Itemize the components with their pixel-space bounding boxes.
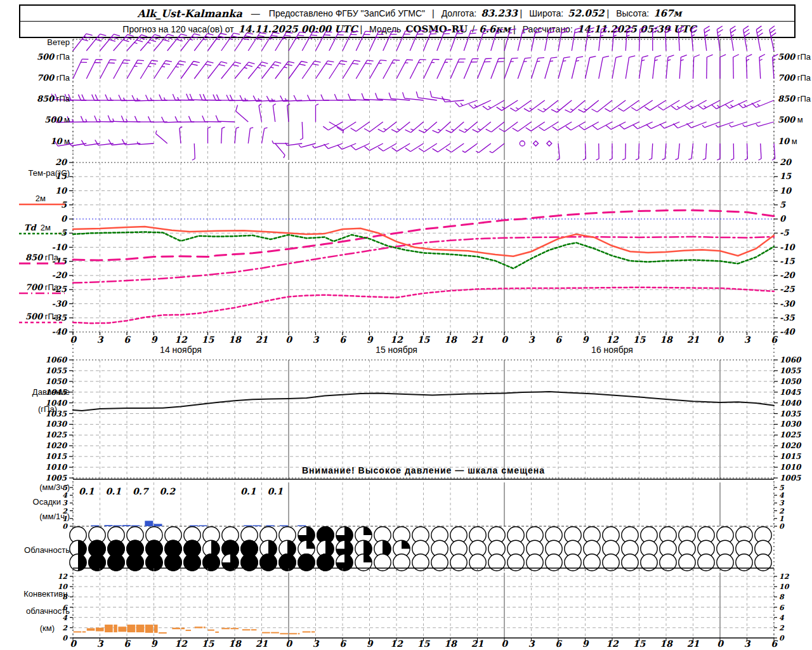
temp-axis-label-right: 20 xyxy=(780,157,792,167)
convective-cloud-bar xyxy=(114,625,117,632)
conv-axis-label-right: 10 xyxy=(779,583,790,591)
pressure-axis-label-left: 1055 xyxy=(46,366,67,375)
wind-barb-feather xyxy=(313,32,319,32)
wind-barb-feather xyxy=(486,129,492,132)
cloud-circle-fill xyxy=(363,554,372,562)
wind-barb-half-feather xyxy=(576,60,579,61)
wind-barb-feather xyxy=(562,28,568,29)
wind-barb-shaft xyxy=(543,100,558,112)
wind-barb-half-feather xyxy=(690,106,693,108)
wind-barb-feather xyxy=(539,127,544,131)
wind-barb-feather xyxy=(678,26,684,29)
wind-barb-feather xyxy=(587,31,594,33)
wind-barb-feather xyxy=(538,109,544,112)
hour-label-bottom: 21 xyxy=(471,639,484,649)
wind-barb-feather xyxy=(549,28,555,29)
wind-barb-half-feather xyxy=(757,104,760,106)
temp-axis-label-right: -20 xyxy=(780,270,796,280)
wind-barb-feather xyxy=(84,37,91,38)
wind-barb-feather xyxy=(671,106,676,110)
wind-barb-half-feather xyxy=(731,35,734,37)
wind-barb-feather xyxy=(260,32,266,34)
wind-barb-half-feather xyxy=(584,109,586,110)
convective-cloud-bar xyxy=(204,627,206,628)
wind-barb-half-feather xyxy=(478,129,480,130)
wind-barb-feather xyxy=(146,95,148,100)
wind-barb-shaft xyxy=(584,100,598,112)
wind-barb-feather xyxy=(614,27,620,29)
wind-barb-feather xyxy=(203,94,206,100)
wind-barb-shaft xyxy=(479,143,491,152)
wind-barb-half-feather xyxy=(222,127,225,128)
wind-barb-feather xyxy=(176,39,183,41)
wind-barb-half-feather xyxy=(461,103,462,106)
hour-label-bottom: 6 xyxy=(124,639,131,649)
wind-level-500hpa: 500 гПа xyxy=(0,52,70,62)
wind-barb-feather xyxy=(376,93,377,99)
wind-barb-feather xyxy=(96,39,102,41)
hour-label: 12 xyxy=(174,335,188,345)
hour-label: 21 xyxy=(256,335,268,345)
wind-barb-shaft xyxy=(761,143,761,159)
wind-barb-half-feather xyxy=(272,140,273,143)
precip-unit-3h: (мм/3ч.) xyxy=(0,482,70,492)
precip-axis-label-right: 2 xyxy=(779,507,785,515)
pressure-unit: (гПа) xyxy=(0,404,57,414)
wind-barb-shaft xyxy=(273,105,275,122)
pressure-axis-label-left: 1060 xyxy=(46,355,68,364)
wind-barb-feather xyxy=(704,26,710,29)
wind-barb-half-feather xyxy=(583,159,586,160)
wind-barb-half-feather xyxy=(729,124,731,127)
wind-barb-half-feather xyxy=(522,32,525,33)
wind-barb-feather xyxy=(391,148,396,152)
wind-barb-feather xyxy=(536,29,542,30)
convective-cloud-bar xyxy=(271,632,279,633)
wind-barb-half-feather xyxy=(192,159,195,160)
wind-barb-feather xyxy=(226,95,229,100)
wind-barb-feather xyxy=(446,149,452,152)
convective-cloud-bar xyxy=(208,630,214,631)
wind-barb-feather xyxy=(601,27,608,29)
wind-barb-feather xyxy=(430,91,431,97)
wind-barb-feather xyxy=(207,62,214,63)
hour-label: 6 xyxy=(771,335,778,345)
temp-axis-label-right: 10 xyxy=(780,186,792,196)
hour-label-bottom: 3 xyxy=(313,639,320,649)
wind-barb-feather xyxy=(232,36,238,37)
wind-barb-shaft xyxy=(612,58,616,79)
wind-barb-shaft xyxy=(424,122,437,133)
temp-axis-label-right: -30 xyxy=(780,299,796,308)
wind-barb-feather xyxy=(233,65,239,67)
wind-barb-feather xyxy=(603,56,609,57)
wind-barb-shaft xyxy=(678,143,679,159)
wind-barb-half-feather xyxy=(236,127,239,128)
wind-barb-feather xyxy=(230,95,233,100)
hour-label: 12 xyxy=(390,335,403,345)
wind-barb-shaft xyxy=(586,58,590,79)
wind-barb-feather xyxy=(756,26,761,30)
convective-cloud-bar xyxy=(87,628,95,631)
wind-barb-feather xyxy=(717,29,723,32)
wind-barb-shaft xyxy=(747,143,748,159)
hour-label-bottom: 18 xyxy=(660,639,673,649)
wind-barb-feather xyxy=(313,64,319,65)
wind-barb-feather xyxy=(259,65,266,67)
wind-barb-feather xyxy=(351,146,356,150)
wind-barb-feather xyxy=(181,34,187,36)
wind-barb-feather xyxy=(513,128,518,131)
wind-barb-half-feather xyxy=(743,124,745,127)
wind-barb-feather xyxy=(86,34,93,35)
wind-level-700hpa-right: 700 гПа xyxy=(778,73,811,83)
wind-barb-feather xyxy=(108,116,110,121)
pressure-title: Давление xyxy=(0,387,70,397)
wind-barb-half-feather xyxy=(270,38,273,39)
wind-barb-half-feather xyxy=(156,131,157,134)
wind-barb-feather xyxy=(645,107,650,110)
wind-barb-half-feather xyxy=(717,105,719,107)
wind-barb-feather xyxy=(220,33,226,34)
wind-barb-feather xyxy=(105,95,108,100)
wind-barb-feather xyxy=(526,128,531,131)
wind-barb-feather xyxy=(525,58,531,58)
wind-barb-half-feather xyxy=(550,61,553,62)
wind-barb-shaft xyxy=(610,100,625,112)
